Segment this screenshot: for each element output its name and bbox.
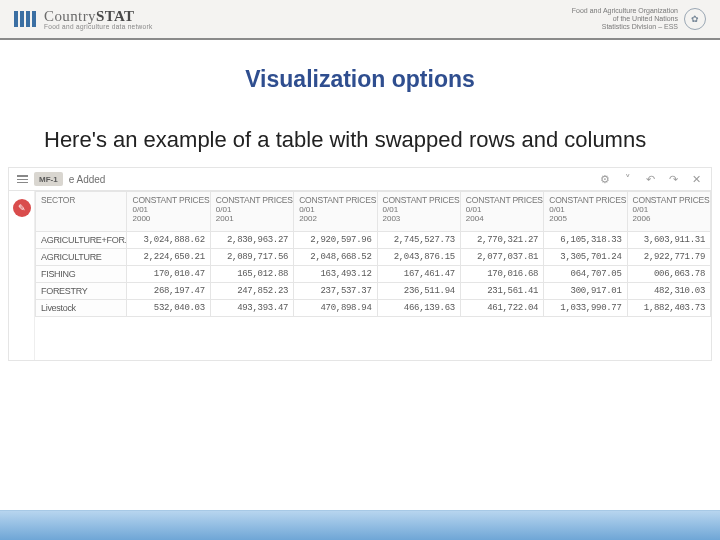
cell: 2,922,771.79 xyxy=(627,249,710,266)
cell: 532,040.03 xyxy=(127,300,210,317)
cell: 493,393.47 xyxy=(210,300,293,317)
gear-icon[interactable]: ⚙ xyxy=(598,173,611,186)
cell: 461,722.04 xyxy=(460,300,543,317)
logo-text-bold: STAT xyxy=(96,8,135,24)
cell: 2,048,668.52 xyxy=(294,249,377,266)
header-right: Food and Agriculture Organization of the… xyxy=(572,7,706,30)
fao-label: Food and Agriculture Organization of the… xyxy=(572,7,678,30)
cell: 3,024,888.62 xyxy=(127,232,210,249)
col-header: CONSTANT PRICES0/012005 xyxy=(544,192,627,232)
cell: 170,010.47 xyxy=(127,266,210,283)
row-label: Livestock xyxy=(36,300,127,317)
tab-label: e Added xyxy=(69,174,106,185)
redo-icon[interactable]: ↷ xyxy=(667,173,680,186)
table-row: FORESTRY268,197.47247,852.23237,537.3723… xyxy=(36,283,711,300)
cell: 006,063.78 xyxy=(627,266,710,283)
cell: 3,603,911.31 xyxy=(627,232,710,249)
cell: 2,830,963.27 xyxy=(210,232,293,249)
cell: 1,033,990.77 xyxy=(544,300,627,317)
table-wrap: SECTORCONSTANT PRICES0/012000CONSTANT PR… xyxy=(35,191,711,360)
cell: 2,077,037.81 xyxy=(460,249,543,266)
chevron-down-icon[interactable]: ˅ xyxy=(621,173,634,186)
cell: 466,139.63 xyxy=(377,300,460,317)
header-left: CountrySTAT Food and agriculture data ne… xyxy=(14,8,153,30)
side-rail: ✎ xyxy=(9,191,35,360)
cell: 300,917.01 xyxy=(544,283,627,300)
undo-icon[interactable]: ↶ xyxy=(644,173,657,186)
logo-text: Country xyxy=(44,8,96,24)
row-label: FORESTRY xyxy=(36,283,127,300)
fao-logo-icon: ✿ xyxy=(684,8,706,30)
col-header: CONSTANT PRICES0/012004 xyxy=(460,192,543,232)
tool-button[interactable]: ✎ xyxy=(13,199,31,217)
col-header: CONSTANT PRICES0/012001 xyxy=(210,192,293,232)
cell: 2,920,597.96 xyxy=(294,232,377,249)
cell: 2,745,527.73 xyxy=(377,232,460,249)
row-label: FISHING xyxy=(36,266,127,283)
cell: 2,770,321.27 xyxy=(460,232,543,249)
logo-text-block: CountrySTAT Food and agriculture data ne… xyxy=(44,8,153,30)
dataset-badge: MF-1 xyxy=(34,172,63,186)
cell: 470,898.94 xyxy=(294,300,377,317)
countrystat-logo-icon xyxy=(14,11,36,27)
cell: 268,197.47 xyxy=(127,283,210,300)
cell: 482,310.03 xyxy=(627,283,710,300)
row-label: AGRICULTURE xyxy=(36,249,127,266)
app-header: CountrySTAT Food and agriculture data ne… xyxy=(0,0,720,40)
cell: 236,511.94 xyxy=(377,283,460,300)
data-panel: MF-1 e Added ⚙ ˅ ↶ ↷ ✕ ✎ SECTORCONSTANT … xyxy=(8,167,712,361)
cell: 237,537.37 xyxy=(294,283,377,300)
cell: 170,016.68 xyxy=(460,266,543,283)
cell: 064,707.05 xyxy=(544,266,627,283)
menu-icon[interactable] xyxy=(17,175,28,183)
footer-bar xyxy=(0,510,720,540)
cell: 2,224,650.21 xyxy=(127,249,210,266)
col-header-sector: SECTOR xyxy=(36,192,127,232)
cell: 1,882,403.73 xyxy=(627,300,710,317)
table-row: FISHING170,010.47165,012.88163,493.12167… xyxy=(36,266,711,283)
cell: 6,105,318.33 xyxy=(544,232,627,249)
cell: 2,043,876.15 xyxy=(377,249,460,266)
table-row: Livestock532,040.03493,393.47470,898.944… xyxy=(36,300,711,317)
col-header: CONSTANT PRICES0/012002 xyxy=(294,192,377,232)
col-header: CONSTANT PRICES0/012006 xyxy=(627,192,710,232)
cell: 3,305,701.24 xyxy=(544,249,627,266)
data-table: SECTORCONSTANT PRICES0/012000CONSTANT PR… xyxy=(35,191,711,317)
page-subtext: Here's an example of a table with swappe… xyxy=(44,127,680,153)
col-header: CONSTANT PRICES0/012003 xyxy=(377,192,460,232)
panel-toolbar: MF-1 e Added ⚙ ˅ ↶ ↷ ✕ xyxy=(8,167,712,191)
cell: 247,852.23 xyxy=(210,283,293,300)
table-row: AGRICULTURE2,224,650.212,089,717.562,048… xyxy=(36,249,711,266)
cell: 2,089,717.56 xyxy=(210,249,293,266)
col-header: CONSTANT PRICES0/012000 xyxy=(127,192,210,232)
cell: 167,461.47 xyxy=(377,266,460,283)
page-title: Visualization options xyxy=(0,66,720,93)
cell: 231,561.41 xyxy=(460,283,543,300)
cell: 165,012.88 xyxy=(210,266,293,283)
cell: 163,493.12 xyxy=(294,266,377,283)
logo-subtext: Food and agriculture data network xyxy=(44,23,153,30)
table-row: AGRICULTURE+FOR..3,024,888.622,830,963.2… xyxy=(36,232,711,249)
panel-body: ✎ SECTORCONSTANT PRICES0/012000CONSTANT … xyxy=(8,191,712,361)
close-icon[interactable]: ✕ xyxy=(690,173,703,186)
row-label: AGRICULTURE+FOR.. xyxy=(36,232,127,249)
